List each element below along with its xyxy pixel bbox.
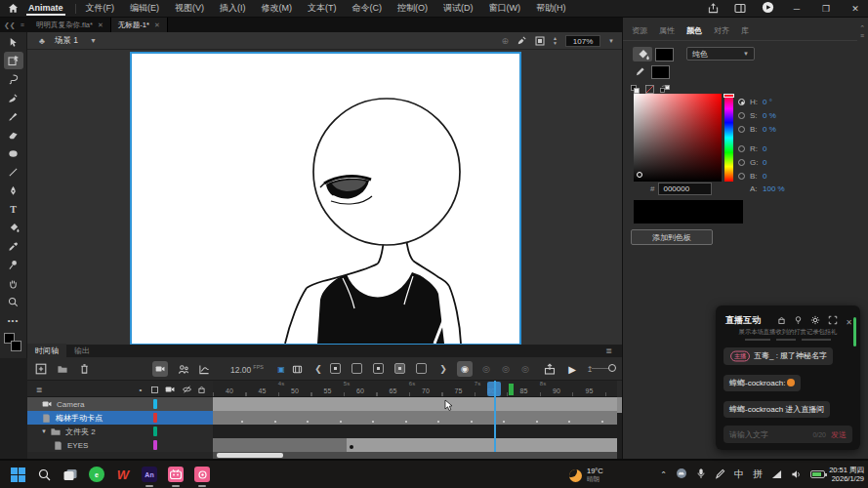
layer-color-chip[interactable]: [153, 427, 157, 436]
panel-tab-1[interactable]: 属性: [659, 25, 675, 40]
hue-slider[interactable]: [724, 94, 733, 182]
timeline-zoom-slider[interactable]: [592, 368, 609, 369]
pen-tool[interactable]: [4, 182, 23, 199]
taskbar-wps[interactable]: W: [114, 466, 132, 483]
saturation-brightness-picker[interactable]: [634, 94, 722, 182]
menu-item-5[interactable]: 文本(T): [308, 2, 337, 15]
file-tab-0[interactable]: 明明真复杂你.fla*✕: [29, 18, 111, 32]
edit-multiple-icon[interactable]: ◎: [498, 361, 514, 377]
color-value-row-2[interactable]: B:0 %: [738, 125, 776, 134]
tab-close-icon[interactable]: ✕: [154, 21, 160, 29]
radio-icon[interactable]: [738, 126, 745, 133]
frames-area[interactable]: 4045505560657075808590954s5s6s7s8s: [213, 381, 617, 459]
chat-scrollbar[interactable]: [853, 317, 856, 346]
insert-frame-icon[interactable]: [330, 363, 341, 374]
stroke-color-box[interactable]: [651, 65, 670, 79]
layer-color-chip[interactable]: [153, 399, 157, 409]
layer-name[interactable]: Camera: [57, 400, 84, 409]
panel-tab-2[interactable]: 颜色: [686, 25, 702, 40]
workspace-icon[interactable]: [734, 0, 746, 18]
menu-item-8[interactable]: 调试(D): [443, 2, 474, 15]
tab-output[interactable]: 输出: [66, 344, 98, 358]
zoom-stepper[interactable]: ▲▼: [553, 36, 558, 46]
timeline-menu-icon[interactable]: ≣: [605, 346, 622, 355]
layer-name[interactable]: 文件夹 2: [65, 427, 96, 437]
parent-view-icon[interactable]: [176, 361, 191, 377]
layer-name[interactable]: EYES: [67, 441, 88, 450]
clip-content-icon[interactable]: [535, 32, 545, 50]
chat-input[interactable]: 请输入文字 0/20 发送: [723, 426, 852, 443]
tray-expand-icon[interactable]: ⌃: [660, 470, 667, 479]
color-value-row-5[interactable]: B:0: [738, 172, 766, 181]
graph-editor-icon[interactable]: [196, 361, 212, 377]
home-icon[interactable]: [8, 0, 19, 18]
bulb-icon[interactable]: [794, 311, 803, 329]
zoom-dropdown-icon[interactable]: ▼: [608, 38, 614, 44]
menu-item-1[interactable]: 编辑(E): [130, 2, 159, 15]
tray-pen-icon[interactable]: [715, 466, 725, 483]
layer-row-0[interactable]: Camera: [27, 397, 213, 411]
radio-icon[interactable]: [738, 173, 745, 180]
fill-color-box[interactable]: [655, 48, 674, 61]
battery-icon[interactable]: [810, 470, 825, 478]
camera-column-icon[interactable]: [164, 384, 176, 395]
taskbar-clock[interactable]: 20:51 周四 2026/1/29: [829, 466, 864, 483]
share-icon[interactable]: [708, 0, 719, 18]
clear-keyframe-icon[interactable]: [416, 363, 427, 374]
fill-color-swatch[interactable]: [11, 341, 21, 351]
tray-volume-icon[interactable]: [791, 466, 802, 483]
hand-tool[interactable]: [4, 274, 23, 292]
classic-brush-tool[interactable]: [4, 107, 23, 125]
onion-range-icon[interactable]: ◎: [517, 361, 533, 377]
playhead-line[interactable]: [494, 381, 496, 452]
app-name-tab[interactable]: Animate: [26, 1, 65, 16]
menu-item-7[interactable]: 控制(O): [397, 2, 428, 15]
blob-brush-tool[interactable]: [4, 144, 23, 162]
color-value-row-4[interactable]: G:0: [738, 158, 766, 167]
menu-item-6[interactable]: 命令(C): [352, 2, 383, 15]
visibility-column-icon[interactable]: [181, 384, 192, 395]
zoom-reset-icon[interactable]: ↥: [582, 361, 598, 377]
tray-mic-icon[interactable]: [696, 466, 706, 483]
onion-skin-icon[interactable]: ◉: [457, 361, 473, 377]
restore-button[interactable]: ❐: [819, 4, 833, 14]
insert-keyframe-icon[interactable]: [373, 363, 384, 374]
radio-icon[interactable]: [738, 159, 745, 166]
eyedropper-tool[interactable]: [4, 237, 23, 255]
layer-row-3[interactable]: EYES: [27, 438, 213, 452]
frame-ruler[interactable]: 4045505560657075808590954s5s6s7s8s: [213, 381, 617, 397]
keyframe-dot[interactable]: [350, 445, 353, 449]
outline-view-icon[interactable]: [148, 384, 160, 395]
layer-frames-2[interactable]: [213, 425, 617, 438]
layer-frames-3[interactable]: [213, 438, 617, 452]
onion-outline-icon[interactable]: ◎: [478, 361, 494, 377]
rotate-tool-icon[interactable]: [517, 32, 527, 50]
radio-icon[interactable]: [738, 99, 745, 105]
taskbar-start[interactable]: [9, 466, 26, 483]
panel-tab-0[interactable]: 资源: [632, 25, 647, 40]
panel-tab-4[interactable]: 库: [741, 25, 749, 40]
color-value-row-0[interactable]: H:0 °: [738, 98, 772, 106]
panel-corner-icons[interactable]: ⌃≡: [859, 24, 865, 40]
fill-bucket-icon[interactable]: [633, 47, 652, 61]
timeline-zoom-knob[interactable]: [608, 364, 616, 372]
scene-chevron-icon[interactable]: ▼: [90, 37, 97, 44]
eraser-tool[interactable]: [4, 126, 23, 143]
add-to-swatches-button[interactable]: 添加到色板: [631, 229, 713, 245]
layer-frames-0[interactable]: [213, 397, 617, 411]
layer-color-chip[interactable]: [153, 413, 157, 423]
menu-item-10[interactable]: 帮助(H): [536, 2, 566, 15]
tray-network-icon[interactable]: [771, 466, 782, 483]
menu-item-3[interactable]: 插入(I): [220, 2, 246, 15]
color-value-row-1[interactable]: S:0 %: [738, 111, 776, 120]
collapse-icon[interactable]: ❮❮: [4, 21, 16, 29]
layer-frames-1[interactable]: [213, 411, 617, 425]
layer-name[interactable]: 梅林手动卡点: [56, 413, 103, 424]
color-value-row-3[interactable]: R:0: [738, 144, 766, 153]
panel-menu-icon[interactable]: ≡: [21, 21, 24, 28]
lock-column-icon[interactable]: [195, 384, 207, 395]
canvas[interactable]: [132, 54, 519, 344]
ime-pinyin-indicator[interactable]: 拼: [753, 468, 763, 481]
color-type-dropdown[interactable]: 纯色▼: [686, 47, 755, 61]
color-value-row-6[interactable]: A:100 %: [738, 184, 785, 193]
